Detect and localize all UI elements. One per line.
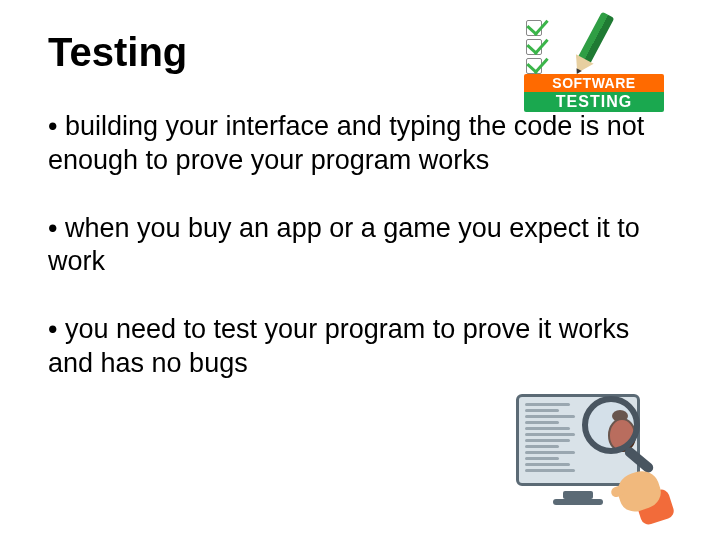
- label-testing: TESTING: [524, 92, 664, 112]
- software-testing-label: SOFTWARE TESTING: [524, 74, 664, 112]
- bullet-dot-icon: •: [48, 111, 57, 141]
- bullet-item: • you need to test your program to prove…: [48, 313, 672, 381]
- label-software: SOFTWARE: [524, 74, 664, 92]
- bug-testing-illustration: [508, 388, 658, 508]
- bullet-item: • building your interface and typing the…: [48, 110, 672, 178]
- bullet-dot-icon: •: [48, 213, 57, 243]
- bullet-item: • when you buy an app or a game you expe…: [48, 212, 672, 280]
- software-testing-illustration: SOFTWARE TESTING: [524, 20, 664, 112]
- bullet-text: you need to test your program to prove i…: [48, 314, 629, 378]
- bullet-text: when you buy an app or a game you expect…: [48, 213, 640, 277]
- slide: SOFTWARE TESTING Testing • building your…: [0, 0, 720, 540]
- bullet-text: building your interface and typing the c…: [48, 111, 644, 175]
- bullet-list: • building your interface and typing the…: [48, 110, 672, 381]
- bullet-dot-icon: •: [48, 314, 57, 344]
- magnifier-icon: [582, 396, 652, 466]
